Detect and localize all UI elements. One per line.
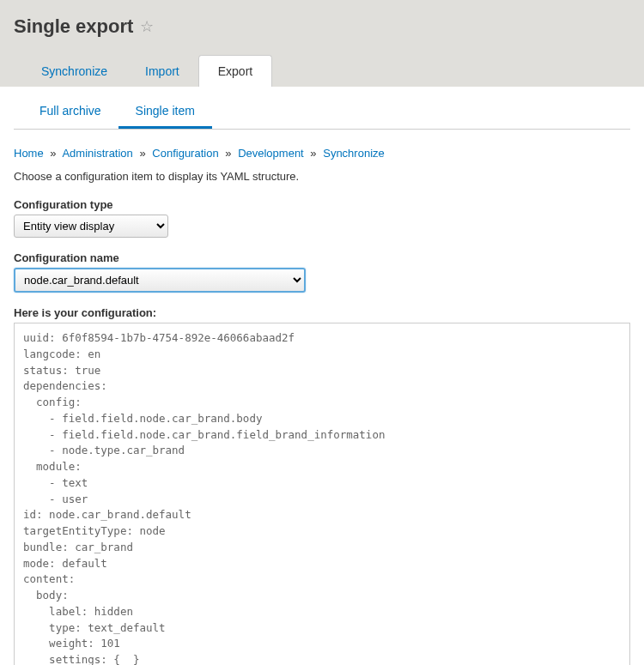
- config-name-select[interactable]: node.car_brand.default: [14, 268, 306, 293]
- tab-synchronize[interactable]: Synchronize: [22, 55, 126, 87]
- breadcrumb-development[interactable]: Development: [238, 147, 304, 160]
- breadcrumb-synchronize[interactable]: Synchronize: [323, 147, 385, 160]
- breadcrumb-sep: »: [225, 147, 231, 160]
- tab-import[interactable]: Import: [126, 55, 198, 87]
- breadcrumb-administration[interactable]: Administration: [62, 147, 132, 160]
- breadcrumb-sep: »: [139, 147, 145, 160]
- breadcrumb-sep: »: [310, 147, 316, 160]
- star-outline-icon[interactable]: ☆: [140, 17, 154, 36]
- secondary-tabs: Full archive Single item: [14, 87, 630, 130]
- tab-export[interactable]: Export: [198, 55, 272, 87]
- page-title-row: Single export ☆: [14, 15, 630, 38]
- config-name-label: Configuration name: [14, 251, 630, 264]
- yaml-output[interactable]: [14, 323, 630, 665]
- yaml-output-label: Here is your configuration:: [14, 306, 630, 319]
- breadcrumb-sep: »: [50, 147, 56, 160]
- config-type-select[interactable]: Entity view display: [14, 215, 168, 238]
- subtab-full-archive[interactable]: Full archive: [22, 95, 118, 129]
- subtab-single-item[interactable]: Single item: [118, 95, 212, 129]
- breadcrumb-configuration[interactable]: Configuration: [152, 147, 218, 160]
- config-type-label: Configuration type: [14, 198, 630, 211]
- primary-tabs: Synchronize Import Export: [14, 55, 630, 87]
- breadcrumb-home[interactable]: Home: [14, 147, 44, 160]
- page-title: Single export: [14, 15, 133, 38]
- intro-text: Choose a configuration item to display i…: [14, 170, 630, 183]
- breadcrumb: Home » Administration » Configuration » …: [14, 147, 630, 160]
- header-region: Single export ☆ Synchronize Import Expor…: [0, 0, 644, 87]
- content-region: Full archive Single item Home » Administ…: [0, 87, 644, 665]
